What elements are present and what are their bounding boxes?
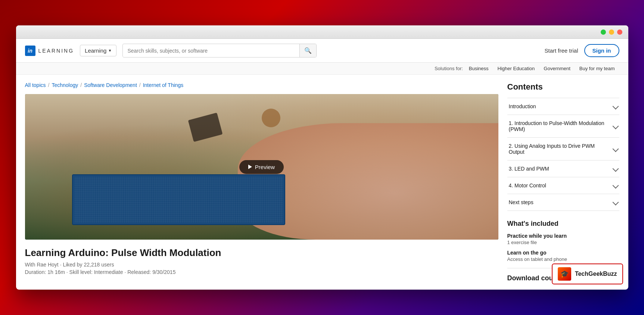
solutions-label: Solutions for: (435, 66, 463, 71)
whats-included-title: What's included (507, 220, 619, 228)
included-item-title-1: Learn on the go (507, 250, 619, 256)
watermark-logo-icon: 🎓 (558, 267, 571, 281)
contents-item-0[interactable]: Introduction (507, 98, 619, 115)
minimize-button[interactable] (609, 29, 614, 35)
search-container: 🔍 (122, 44, 317, 57)
included-item-0: Practice while you learn 1 exercise file (507, 233, 619, 245)
preview-button[interactable]: Preview (239, 160, 284, 174)
site-header: in LEARNING Learning ▼ 🔍 Start free tria… (16, 39, 628, 63)
chevron-icon-3 (612, 166, 619, 172)
learning-dropdown[interactable]: Learning ▼ (80, 45, 116, 56)
video-thumbnail[interactable]: Preview (25, 94, 498, 240)
breadcrumb-technology[interactable]: Technology (52, 82, 78, 88)
solutions-higher-education[interactable]: Higher Education (495, 66, 538, 71)
included-item-desc-1: Access on tablet and phone (507, 256, 619, 262)
breadcrumb-sep-3: / (139, 82, 141, 88)
whats-included-section: What's included Practice while you learn… (507, 220, 619, 262)
course-details: Duration: 1h 16m · Skill level: Intermed… (25, 269, 498, 275)
titlebar (16, 25, 628, 39)
breadcrumb-all-topics[interactable]: All topics (25, 82, 46, 88)
course-skill-level: Skill level: Intermediate (69, 269, 123, 275)
preview-label: Preview (255, 164, 275, 170)
contents-item-label-1: 1. Introduction to Pulse-Width Modulatio… (509, 120, 613, 132)
contents-item-label-5: Next steps (509, 199, 613, 205)
solutions-government[interactable]: Government (541, 66, 573, 71)
sidebar: Contents Introduction 1. Introduction to… (507, 82, 619, 282)
course-meta: With Rae Hoyt · Liked by 22,218 users (25, 262, 498, 268)
play-icon (248, 165, 252, 169)
maximize-button[interactable] (601, 29, 606, 35)
contents-item-label-0: Introduction (509, 103, 613, 109)
details-dot-1: · (66, 269, 69, 275)
contents-item-5[interactable]: Next steps (507, 194, 619, 211)
course-title: Learning Arduino: Pulse Width Modulation (25, 247, 498, 259)
search-input[interactable] (123, 45, 299, 57)
contents-item-1[interactable]: 1. Introduction to Pulse-Width Modulatio… (507, 115, 619, 138)
chevron-icon-5 (612, 199, 619, 206)
breadcrumb-sep-2: / (80, 82, 82, 88)
breadcrumb-iot[interactable]: Internet of Things (143, 82, 184, 88)
content-left: All topics / Technology / Software Devel… (25, 82, 498, 282)
logo[interactable]: in LEARNING (25, 46, 74, 56)
contents-item-3[interactable]: 3. LED and PWM (507, 160, 619, 177)
contents-item-label-4: 4. Motor Control (509, 183, 613, 188)
contents-title: Contents (507, 82, 619, 92)
search-button[interactable]: 🔍 (299, 44, 316, 57)
chevron-icon-1 (612, 123, 619, 130)
sign-in-button[interactable]: Sign in (584, 44, 619, 57)
contents-item-label-2: 2. Using Analog Inputs to Drive PWM Outp… (509, 143, 613, 155)
logo-text: LEARNING (38, 48, 74, 54)
linkedin-icon: in (25, 46, 35, 56)
solutions-bar: Solutions for: Business Higher Education… (16, 63, 628, 75)
course-released: Released: 9/30/2015 (127, 269, 175, 275)
included-item-1: Learn on the go Access on tablet and pho… (507, 250, 619, 262)
chevron-icon-0 (612, 103, 619, 110)
course-duration: Duration: 1h 16m (25, 269, 65, 275)
watermark-text: TechGeekBuzz (575, 271, 617, 277)
breadcrumb-sep-1: / (48, 82, 50, 88)
search-icon: 🔍 (304, 47, 312, 54)
dropdown-arrow-icon: ▼ (108, 49, 112, 53)
video-component-2 (262, 109, 280, 127)
browser-window: in LEARNING Learning ▼ 🔍 Start free tria… (16, 25, 628, 290)
included-item-desc-0: 1 exercise file (507, 240, 619, 245)
header-actions: Start free trial Sign in (544, 44, 619, 57)
contents-item-4[interactable]: 4. Motor Control (507, 177, 619, 194)
watermark: 🎓 TechGeekBuzz (552, 263, 623, 284)
contents-item-2[interactable]: 2. Using Analog Inputs to Drive PWM Outp… (507, 138, 619, 160)
contents-item-label-3: 3. LED and PWM (509, 166, 613, 172)
solutions-business[interactable]: Business (466, 66, 492, 71)
contents-section: Introduction 1. Introduction to Pulse-Wi… (507, 98, 619, 211)
breadcrumb-software-development[interactable]: Software Development (84, 82, 137, 88)
video-board-visual (72, 174, 285, 225)
chevron-icon-4 (612, 183, 619, 189)
solutions-buy-for-team[interactable]: Buy for my team (576, 66, 618, 71)
nav-dropdown-label: Learning (85, 47, 106, 54)
close-button[interactable] (617, 29, 622, 35)
chevron-icon-2 (612, 146, 619, 152)
course-info: Learning Arduino: Pulse Width Modulation… (25, 247, 498, 275)
breadcrumb: All topics / Technology / Software Devel… (25, 82, 498, 88)
start-free-trial-link[interactable]: Start free trial (544, 47, 578, 54)
main-content: All topics / Technology / Software Devel… (16, 75, 628, 290)
included-item-title-0: Practice while you learn (507, 233, 619, 239)
course-author: With Rae Hoyt (25, 262, 59, 268)
course-likes: Liked by 22,218 users (63, 262, 114, 268)
